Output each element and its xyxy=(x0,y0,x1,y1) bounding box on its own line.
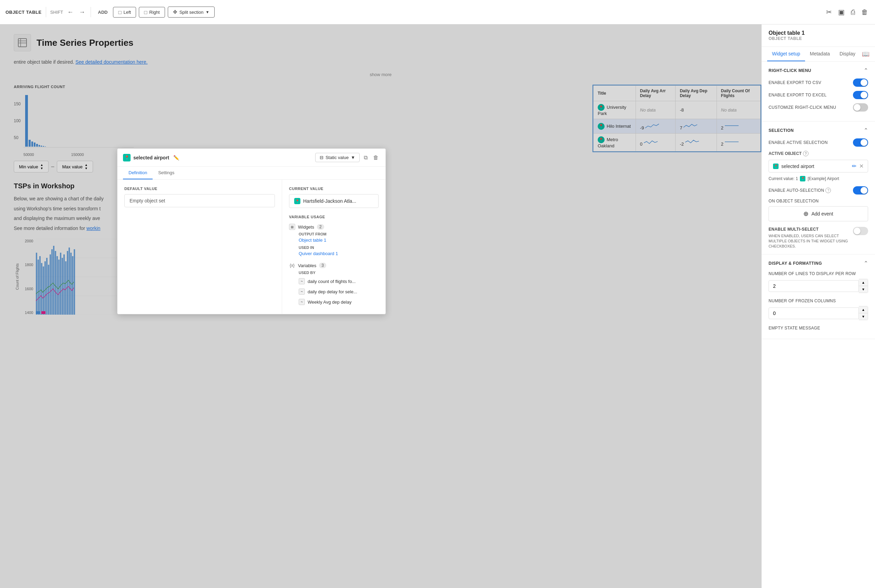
delete-button[interactable]: 🗑 xyxy=(860,7,869,18)
active-object-edit-icon[interactable]: ✏ xyxy=(852,163,856,170)
active-object-label: ACTIVE OBJECT ? xyxy=(768,151,868,156)
copy-button[interactable]: ▣ xyxy=(837,6,846,18)
split-btn-icon: ✥ xyxy=(173,9,177,15)
right-click-menu-header: RIGHT-CLICK MENU ⌃ xyxy=(768,67,868,74)
multi-select-row: ENABLE MULTI-SELECT WHEN ENABLED, USERS … xyxy=(768,227,868,249)
active-object-value: 📍 selected airport ✏ ✕ xyxy=(768,160,868,172)
add-event-label: Add event xyxy=(811,211,833,216)
lines-stepper-up[interactable]: ▲ xyxy=(859,279,868,286)
filter-icon: ⊟ xyxy=(320,155,323,160)
usage-title: VARIABLE USAGE xyxy=(289,215,379,219)
current-value-text: [Example] Airport xyxy=(807,176,839,181)
customize-menu-toggle[interactable] xyxy=(853,103,868,111)
selection-title: SELECTION xyxy=(768,128,794,133)
scissors-button[interactable]: ✂ xyxy=(825,6,833,18)
current-val-icon: 📍 xyxy=(800,176,806,182)
variables-usage-item: {x} Variables 3 xyxy=(289,260,379,271)
display-toggle-icon[interactable]: ⌃ xyxy=(864,260,868,267)
content-area: Time Series Properties entire object tab… xyxy=(0,24,761,588)
frozen-stepper-up[interactable]: ▲ xyxy=(859,306,868,313)
modal-header: 📍 selected airport ✏️ ⊟ Static value ▼ ⧉… xyxy=(117,149,385,166)
sidebar-subtitle: OBJECT TABLE xyxy=(768,36,805,41)
paste-button[interactable]: ⎙ xyxy=(849,7,856,18)
lines-per-row-input[interactable] xyxy=(768,280,859,292)
export-excel-label: ENABLE EXPORT TO EXCEL xyxy=(768,93,827,98)
multi-select-label: ENABLE MULTI-SELECT xyxy=(768,227,818,232)
lines-stepper-down[interactable]: ▼ xyxy=(859,286,868,292)
right-click-menu-title: RIGHT-CLICK MENU xyxy=(768,68,811,73)
frozen-stepper-down[interactable]: ▼ xyxy=(859,313,868,320)
default-value-input[interactable] xyxy=(124,194,275,207)
static-value-label: Static value xyxy=(326,155,349,160)
frozen-cols-input[interactable] xyxy=(768,308,859,319)
var-item-icon-2: ~ xyxy=(299,288,305,295)
active-object-close-icon[interactable]: ✕ xyxy=(859,163,864,170)
selection-toggle-icon[interactable]: ⌃ xyxy=(864,127,868,134)
right-sidebar: Object table 1 OBJECT TABLE Widget setup… xyxy=(761,24,875,588)
modal-body: DEFAULT VALUE CURRENT VALUE 📍 Hartsfield… xyxy=(117,180,385,314)
static-value-btn[interactable]: ⊟ Static value ▼ xyxy=(315,153,360,162)
variables-count: 3 xyxy=(319,262,326,268)
add-event-plus-icon: ⊕ xyxy=(803,210,809,218)
active-selection-label: ENABLE ACTIVE SELECTION xyxy=(768,140,828,145)
used-by-label: USED BY xyxy=(299,271,379,275)
current-value-icon: 📍 xyxy=(294,198,301,204)
tab-metadata[interactable]: Metadata xyxy=(805,47,835,61)
add-event-btn[interactable]: ⊕ Add event xyxy=(768,206,868,221)
selection-section: SELECTION ⌃ ENABLE ACTIVE SELECTION ACTI… xyxy=(762,122,875,254)
var-item-3: ~ Weekly Avg dep delay xyxy=(299,297,379,307)
toolbar-divider-2 xyxy=(90,7,91,17)
modal-delete-button[interactable]: 🗑 xyxy=(372,153,380,162)
current-value-prefix: Current value: 1 xyxy=(768,176,798,181)
left-button[interactable]: □ Left xyxy=(113,7,136,18)
widgets-count: 2 xyxy=(317,224,324,230)
lines-per-row-label: NUMBER OF LINES TO DISPLAY PER ROW xyxy=(768,271,868,276)
auto-sel-help-icon: ? xyxy=(825,188,831,193)
widgets-label: Widgets xyxy=(298,225,314,230)
tab-widget-setup[interactable]: Widget setup xyxy=(767,47,805,61)
nav-forward-button[interactable]: → xyxy=(78,8,86,16)
var-item-1: ~ daily count of flights fo... xyxy=(299,276,379,286)
multi-select-toggle[interactable] xyxy=(853,227,868,235)
output-from-link[interactable]: Object table 1 xyxy=(299,237,326,243)
on-selection-area: ON OBJECT SELECTION ⊕ Add event xyxy=(768,199,868,221)
export-csv-toggle[interactable] xyxy=(853,78,868,87)
var-item-text-1: daily count of flights fo... xyxy=(308,279,355,284)
used-in-link[interactable]: Quiver dashboard 1 xyxy=(299,251,338,256)
output-from-label: OUTPUT FROM xyxy=(299,232,379,236)
tab-definition[interactable]: Definition xyxy=(123,166,153,179)
right-button[interactable]: □ Right xyxy=(139,7,165,18)
right-click-toggle-icon[interactable]: ⌃ xyxy=(864,67,868,74)
left-btn-label: Left xyxy=(124,10,131,15)
tab-display[interactable]: Display xyxy=(835,47,860,61)
lines-per-row-area: NUMBER OF LINES TO DISPLAY PER ROW ▲ ▼ xyxy=(768,271,868,293)
add-label: ADD xyxy=(95,8,110,16)
modal-left: DEFAULT VALUE xyxy=(117,180,282,314)
nav-back-button[interactable]: ← xyxy=(66,8,75,16)
active-object-label-text: ACTIVE OBJECT xyxy=(768,151,801,156)
lines-stepper: ▲ ▼ xyxy=(859,279,868,293)
export-excel-toggle[interactable] xyxy=(853,91,868,99)
frozen-cols-input-row: ▲ ▼ xyxy=(768,306,868,320)
modal-tabs: Definition Settings xyxy=(117,166,385,180)
widgets-usage-item: ⊞ Widgets 2 xyxy=(289,222,379,232)
book-icon[interactable]: 📖 xyxy=(862,50,869,58)
split-section-button[interactable]: ✥ Split section ▼ xyxy=(168,6,215,18)
active-obj-type-icon: 📍 xyxy=(773,164,779,169)
used-in-section: USED IN Quiver dashboard 1 xyxy=(289,246,379,256)
current-value-btn[interactable]: 📍 Hartsfield-Jackson Atla... xyxy=(289,194,379,208)
var-item-icon-1: ~ xyxy=(299,278,305,284)
sidebar-tabs: Widget setup Metadata Display 📖 xyxy=(762,47,875,62)
left-btn-icon: □ xyxy=(118,9,121,15)
active-selection-toggle[interactable] xyxy=(853,138,868,147)
var-item-2: ~ daily dep delay for sele... xyxy=(299,286,379,297)
modal-copy-button[interactable]: ⧉ xyxy=(362,153,369,162)
display-title: DISPLAY & FORMATTING xyxy=(768,261,822,266)
customize-menu-label: CUSTOMIZE RIGHT-CLICK MENU xyxy=(768,105,836,110)
multi-select-desc: WHEN ENABLED, USERS CAN SELECT MULTIPLE … xyxy=(768,234,848,248)
active-selection-row: ENABLE ACTIVE SELECTION xyxy=(768,138,868,147)
modal-edit-icon[interactable]: ✏️ xyxy=(173,155,179,160)
tab-settings[interactable]: Settings xyxy=(153,166,180,179)
auto-selection-toggle[interactable] xyxy=(853,186,868,195)
sidebar-header: Object table 1 OBJECT TABLE xyxy=(768,30,805,41)
